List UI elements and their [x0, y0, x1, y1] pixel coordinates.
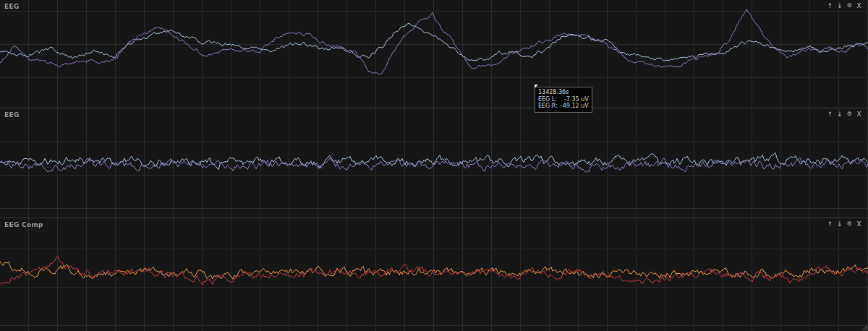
tooltip-value: -49.12 uV [561, 103, 589, 110]
eeg-comp-panel: EEG Comp ↑ ↓ ⚙ X [0, 218, 868, 331]
tooltip-row-eeg-r: EEG R: -49.12 uV [538, 103, 589, 110]
panel-move-up-button[interactable]: ↑ [827, 220, 833, 228]
tooltip-label: EEG L: [538, 96, 557, 103]
eeg-plot-canvas-top[interactable] [0, 0, 868, 108]
panel-move-down-button[interactable]: ↓ [837, 1, 843, 10]
tooltip-row-eeg-l: EEG L: -7.35 uV [538, 96, 589, 103]
panel-controls: ↑ ↓ ⚙ X [827, 1, 861, 10]
eeg-dashboard: EEG ↑ ↓ ⚙ X 13428.36s EEG L: -7.35 uV EE… [0, 0, 868, 331]
cursor-tooltip: 13428.36s EEG L: -7.35 uV EEG R: -49.12 … [535, 87, 592, 113]
resize-handle[interactable] [861, 324, 867, 330]
panel-controls: ↑ ↓ ⚙ X [827, 220, 861, 228]
panel-title: EEG Comp [4, 221, 43, 228]
panel-settings-gear-icon[interactable]: ⚙ [847, 220, 852, 228]
panel-controls: ↑ ↓ ⚙ X [827, 110, 861, 119]
panel-move-down-button[interactable]: ↓ [837, 220, 843, 228]
tooltip-time: 13428.36s [538, 89, 589, 96]
eeg-comp-plot-canvas[interactable] [0, 218, 868, 331]
tooltip-value: -7.35 uV [564, 96, 589, 103]
tooltip-label: EEG R: [538, 103, 558, 110]
panel-title: EEG [4, 111, 20, 119]
eeg-panel-top: EEG ↑ ↓ ⚙ X 13428.36s EEG L: -7.35 uV EE… [0, 0, 868, 108]
panel-move-down-button[interactable]: ↓ [837, 110, 843, 119]
panel-settings-gear-icon[interactable]: ⚙ [847, 110, 852, 119]
eeg-panel-middle: EEG ↑ ↓ ⚙ X [0, 108, 868, 218]
panel-move-up-button[interactable]: ↑ [827, 110, 833, 119]
panel-close-icon[interactable]: X [856, 1, 861, 10]
panel-close-icon[interactable]: X [856, 220, 861, 228]
eeg-plot-canvas-middle[interactable] [0, 108, 868, 218]
panel-move-up-button[interactable]: ↑ [827, 1, 833, 10]
panel-title: EEG [4, 3, 20, 10]
panel-close-icon[interactable]: X [856, 110, 861, 119]
panel-settings-gear-icon[interactable]: ⚙ [847, 1, 852, 10]
